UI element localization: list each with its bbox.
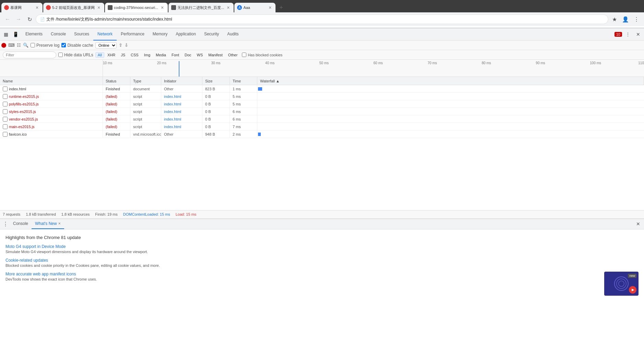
th-name[interactable]: Name: [0, 77, 103, 85]
filter-css-button[interactable]: CSS: [128, 52, 141, 58]
tab-binary[interactable]: 无法执行二进制文件_百度... ×: [168, 3, 234, 12]
filter-manifest-button[interactable]: Manifest: [206, 52, 225, 58]
devtools-close-button[interactable]: ✕: [634, 30, 643, 39]
bottom-tab-whats-new[interactable]: What's New ×: [32, 219, 64, 229]
row-checkbox-5[interactable]: [3, 117, 8, 122]
export-button[interactable]: ⇩: [125, 43, 128, 48]
reload-button[interactable]: ↻: [25, 14, 34, 24]
td-initiator-3[interactable]: index.html: [161, 100, 202, 107]
ruler-mark-50: 50 ms: [319, 61, 329, 65]
has-blocked-cookies-label[interactable]: Has blocked cookies: [242, 53, 282, 57]
tab-security[interactable]: Security: [200, 28, 223, 41]
th-status[interactable]: Status: [103, 77, 130, 85]
tab-coding[interactable]: coding-379/imooc-securi... ×: [105, 3, 168, 12]
th-size[interactable]: Size: [202, 77, 230, 85]
tab-close-1[interactable]: ×: [34, 5, 40, 10]
devtools-more-button[interactable]: ⋮: [623, 30, 632, 39]
td-initiator-2[interactable]: index.html: [161, 93, 202, 100]
whats-new-item-title-3[interactable]: More accurate web app manifest icons: [5, 272, 599, 276]
td-initiator-4[interactable]: index.html: [161, 108, 202, 115]
throttle-select[interactable]: Online: [95, 42, 117, 48]
row-checkbox-3[interactable]: [3, 102, 8, 106]
filter-img-button[interactable]: Img: [142, 52, 153, 58]
filter-js-button[interactable]: JS: [118, 52, 128, 58]
filter-all-button[interactable]: All: [95, 52, 104, 58]
th-time[interactable]: Time: [230, 77, 257, 85]
td-type-4: script: [130, 108, 161, 115]
tab-audits[interactable]: Audits: [223, 28, 243, 41]
row-checkbox-7[interactable]: [3, 132, 8, 137]
back-button[interactable]: ←: [3, 14, 12, 24]
clear-button[interactable]: ⌨: [8, 43, 15, 48]
table-row[interactable]: vendor-es2015.js (failed) script index.h…: [0, 115, 644, 123]
tab-console[interactable]: Console: [47, 28, 70, 41]
tab-frontend[interactable]: 5-2 前端页面改造_慕课网 ×: [43, 3, 104, 12]
tab-application[interactable]: Application: [172, 28, 200, 41]
play-button[interactable]: ▶: [629, 286, 636, 294]
bookmark-button[interactable]: ★: [610, 14, 619, 24]
whats-new-close-button[interactable]: ×: [58, 221, 61, 226]
row-checkbox-2[interactable]: [3, 94, 8, 99]
account-button[interactable]: 👤: [621, 14, 630, 24]
filter-font-button[interactable]: Font: [169, 52, 182, 58]
tab-memory[interactable]: Memory: [149, 28, 172, 41]
tab-close-2[interactable]: ×: [96, 5, 102, 10]
bottom-panel-close-button[interactable]: ✕: [634, 219, 643, 228]
th-type[interactable]: Type: [130, 77, 161, 85]
new-tab-button[interactable]: +: [276, 3, 286, 12]
filter-xhr-button[interactable]: XHR: [105, 52, 118, 58]
import-button[interactable]: ⇧: [119, 43, 122, 48]
filter-other-button[interactable]: Other: [226, 52, 240, 58]
row-checkbox-6[interactable]: [3, 124, 8, 129]
tab-close-3[interactable]: ×: [160, 5, 165, 10]
tab-sources[interactable]: Sources: [70, 28, 93, 41]
filter-doc-button[interactable]: Doc: [182, 52, 194, 58]
whats-new-item-title-1[interactable]: Moto G4 support in Device Mode: [5, 244, 639, 249]
address-bar[interactable]: 📄 文件 /home/lixinlei/文档/is-admin/src/main…: [36, 14, 608, 24]
nav-bar: ← → ↻ 📄 文件 /home/lixinlei/文档/is-admin/sr…: [0, 12, 644, 26]
has-blocked-cookies-checkbox[interactable]: [242, 53, 246, 57]
filter-input[interactable]: [3, 52, 56, 58]
preserve-log-checkbox[interactable]: [31, 43, 35, 47]
inspect-element-button[interactable]: ▦: [1, 30, 10, 39]
menu-button[interactable]: ⋮: [632, 14, 641, 24]
filter-ws-button[interactable]: WS: [195, 52, 206, 58]
bottom-panel-menu-icon[interactable]: ⋮: [1, 220, 10, 228]
th-initiator[interactable]: Initiator: [161, 77, 202, 85]
preserve-log-label[interactable]: Preserve log: [31, 43, 59, 48]
record-button[interactable]: [1, 43, 6, 48]
tab-elements[interactable]: Elements: [21, 28, 47, 41]
tab-aaa[interactable]: A Aaa ×: [234, 3, 276, 12]
device-mode-button[interactable]: 📱: [11, 30, 20, 39]
table-row[interactable]: favicon.ico Finished vnd.microsoft.icon …: [0, 130, 644, 138]
tab-network[interactable]: Network: [93, 28, 117, 41]
disable-cache-label[interactable]: Disable cache: [61, 43, 93, 48]
td-waterfall-1: [257, 85, 644, 92]
disable-cache-checkbox[interactable]: [61, 43, 66, 47]
tab-favicon-5: A: [237, 5, 242, 10]
tab-close-4[interactable]: ×: [225, 5, 231, 10]
td-waterfall-3: [257, 100, 644, 107]
waterfall-bar-7: [258, 133, 261, 136]
table-row[interactable]: main-es2015.js (failed) script index.htm…: [0, 123, 644, 130]
hide-data-urls-checkbox[interactable]: [58, 53, 63, 57]
whats-new-item-title-2[interactable]: Cookie-related updates: [5, 258, 639, 263]
filter-toggle-button[interactable]: ☷: [17, 43, 21, 48]
search-button[interactable]: 🔍: [23, 43, 28, 48]
bottom-tab-console[interactable]: Console: [10, 219, 32, 229]
table-row[interactable]: polyfills-es2015.js (failed) script inde…: [0, 100, 644, 108]
row-checkbox-1[interactable]: [3, 87, 8, 91]
forward-button[interactable]: →: [14, 14, 23, 24]
th-waterfall[interactable]: Waterfall ▲: [257, 77, 644, 85]
td-initiator-5[interactable]: index.html: [161, 115, 202, 123]
hide-data-urls-label[interactable]: Hide data URLs: [58, 53, 93, 57]
table-row[interactable]: styles-es2015.js (failed) script index.h…: [0, 108, 644, 115]
table-row[interactable]: runtime-es2015.js (failed) script index.…: [0, 93, 644, 100]
row-checkbox-4[interactable]: [3, 109, 8, 114]
tab-performance[interactable]: Performance: [117, 28, 149, 41]
filter-media-button[interactable]: Media: [153, 52, 168, 58]
td-initiator-6[interactable]: index.html: [161, 123, 202, 130]
tab-mukewang[interactable]: 慕课网 ×: [1, 3, 43, 12]
tab-close-5[interactable]: ×: [267, 5, 273, 10]
table-row[interactable]: index.html Finished document Other 823 B…: [0, 85, 644, 93]
